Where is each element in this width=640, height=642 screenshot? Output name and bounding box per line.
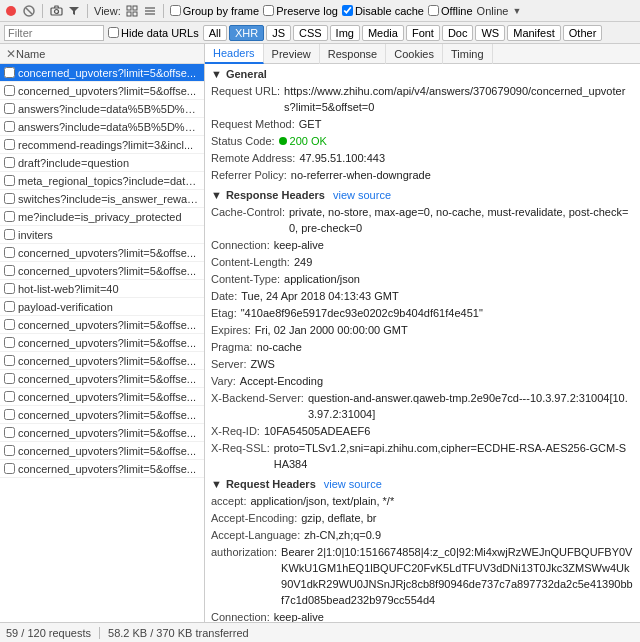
tag-css[interactable]: CSS (293, 25, 328, 41)
disable-cache-input[interactable] (342, 5, 353, 16)
request-item[interactable]: concerned_upvoters?limit=5&offse... (0, 370, 204, 388)
tag-all[interactable]: All (203, 25, 227, 41)
request-item[interactable]: concerned_upvoters?limit=5&offse... (0, 316, 204, 334)
request-item[interactable]: concerned_upvoters?limit=5&offse... (0, 352, 204, 370)
response-headers-view-source[interactable]: view source (333, 189, 391, 201)
response-headers-header[interactable]: ▼ Response Headers view source (211, 189, 634, 201)
request-checkbox[interactable] (4, 355, 15, 366)
header-key: Cache-Control: (211, 204, 285, 236)
general-method-row: Request Method: GET (211, 116, 634, 132)
request-checkbox[interactable] (4, 283, 15, 294)
request-item[interactable]: payload-verification (0, 298, 204, 316)
request-checkbox[interactable] (4, 85, 15, 96)
request-headers-header[interactable]: ▼ Request Headers view source (211, 478, 634, 490)
tag-xhr[interactable]: XHR (229, 25, 264, 41)
disable-cache-checkbox[interactable]: Disable cache (342, 5, 424, 17)
request-checkbox[interactable] (4, 175, 15, 186)
tag-manifest[interactable]: Manifest (507, 25, 561, 41)
group-by-frame-input[interactable] (170, 5, 181, 16)
tag-font[interactable]: Font (406, 25, 440, 41)
request-list-panel: ✕ Name concerned_upvoters?limit=5&offse.… (0, 44, 205, 622)
request-item[interactable]: concerned_upvoters?limit=5&offse... (0, 82, 204, 100)
request-item[interactable]: concerned_upvoters?limit=5&offse... (0, 460, 204, 478)
tag-js[interactable]: JS (266, 25, 291, 41)
request-item[interactable]: hot-list-web?limit=40 (0, 280, 204, 298)
tag-other[interactable]: Other (563, 25, 603, 41)
request-checkbox[interactable] (4, 139, 15, 150)
tag-img[interactable]: Img (330, 25, 360, 41)
request-item[interactable]: concerned_upvoters?limit=5&offse... (0, 262, 204, 280)
header-key: Connection: (211, 237, 270, 253)
request-checkbox[interactable] (4, 229, 15, 240)
request-checkbox[interactable] (4, 103, 15, 114)
tab-preview[interactable]: Preview (264, 44, 320, 64)
request-item[interactable]: concerned_upvoters?limit=5&offse... (0, 388, 204, 406)
request-checkbox[interactable] (4, 409, 15, 420)
request-checkbox[interactable] (4, 157, 15, 168)
request-checkbox[interactable] (4, 373, 15, 384)
tab-cookies[interactable]: Cookies (386, 44, 443, 64)
details-panel: HeadersPreviewResponseCookiesTiming ▼ Ge… (205, 44, 640, 622)
request-checkbox[interactable] (4, 211, 15, 222)
request-item[interactable]: concerned_upvoters?limit=5&offse... (0, 442, 204, 460)
hide-data-urls-checkbox[interactable]: Hide data URLs (108, 27, 199, 39)
general-arrow-icon: ▼ (211, 68, 222, 80)
request-item[interactable]: switches?include=is_answer_reward... (0, 190, 204, 208)
request-checkbox[interactable] (4, 193, 15, 204)
request-checkbox[interactable] (4, 463, 15, 474)
request-checkbox[interactable] (4, 391, 15, 402)
record-button[interactable] (4, 4, 18, 18)
request-headers-section: ▼ Request Headers view source accept:app… (211, 478, 634, 622)
view-grid-icon[interactable] (125, 4, 139, 18)
request-checkbox[interactable] (4, 445, 15, 456)
request-checkbox[interactable] (4, 247, 15, 258)
offline-checkbox[interactable]: Offline (428, 5, 473, 17)
general-section-header[interactable]: ▼ General (211, 68, 634, 80)
request-item[interactable]: concerned_upvoters?limit=5&offse... (0, 424, 204, 442)
tag-ws[interactable]: WS (475, 25, 505, 41)
request-item[interactable]: concerned_upvoters?limit=5&offse... (0, 64, 204, 82)
request-item[interactable]: concerned_upvoters?limit=5&offse... (0, 406, 204, 424)
header-val: no-cache (257, 339, 302, 355)
camera-icon[interactable] (49, 4, 63, 18)
request-item[interactable]: draft?include=question (0, 154, 204, 172)
group-by-frame-checkbox[interactable]: Group by frame (170, 5, 259, 17)
close-panel-button[interactable]: ✕ (6, 47, 16, 61)
request-item[interactable]: answers?include=data%5B%5D%5D.is_... (0, 100, 204, 118)
request-checkbox[interactable] (4, 427, 15, 438)
request-name: concerned_upvoters?limit=5&offse... (18, 409, 200, 421)
request-item[interactable]: meta_regional_topics?include=data... (0, 172, 204, 190)
request-checkbox[interactable] (4, 265, 15, 276)
chevron-down-icon[interactable]: ▼ (512, 6, 521, 16)
request-item[interactable]: me?include=is_privacy_protected (0, 208, 204, 226)
tag-doc[interactable]: Doc (442, 25, 474, 41)
hide-data-urls-input[interactable] (108, 27, 119, 38)
response-header-row: Connection:keep-alive (211, 237, 634, 253)
general-status-row: Status Code: 200 OK (211, 133, 634, 149)
request-item[interactable]: inviters (0, 226, 204, 244)
filter-input[interactable] (4, 25, 104, 41)
request-checkbox[interactable] (4, 301, 15, 312)
response-header-row: Pragma:no-cache (211, 339, 634, 355)
preserve-log-checkbox[interactable]: Preserve log (263, 5, 338, 17)
clear-button[interactable] (22, 4, 36, 18)
filter-icon[interactable] (67, 4, 81, 18)
request-item[interactable]: answers?include=data%5B%5D%5D.is_... (0, 118, 204, 136)
request-checkbox[interactable] (4, 319, 15, 330)
request-item[interactable]: concerned_upvoters?limit=5&offse... (0, 244, 204, 262)
request-item[interactable]: recommend-readings?limit=3&incl... (0, 136, 204, 154)
tag-media[interactable]: Media (362, 25, 404, 41)
request-checkbox[interactable] (4, 121, 15, 132)
request-checkbox[interactable] (4, 337, 15, 348)
request-checkbox[interactable] (4, 67, 15, 78)
tab-headers[interactable]: Headers (205, 44, 264, 64)
tab-response[interactable]: Response (320, 44, 387, 64)
tab-timing[interactable]: Timing (443, 44, 493, 64)
offline-input[interactable] (428, 5, 439, 16)
request-count: 59 / 120 requests (6, 627, 91, 639)
view-list-icon[interactable] (143, 4, 157, 18)
preserve-log-input[interactable] (263, 5, 274, 16)
request-item[interactable]: concerned_upvoters?limit=5&offse... (0, 334, 204, 352)
request-list[interactable]: concerned_upvoters?limit=5&offse...conce… (0, 64, 204, 622)
request-headers-view-source[interactable]: view source (324, 478, 382, 490)
